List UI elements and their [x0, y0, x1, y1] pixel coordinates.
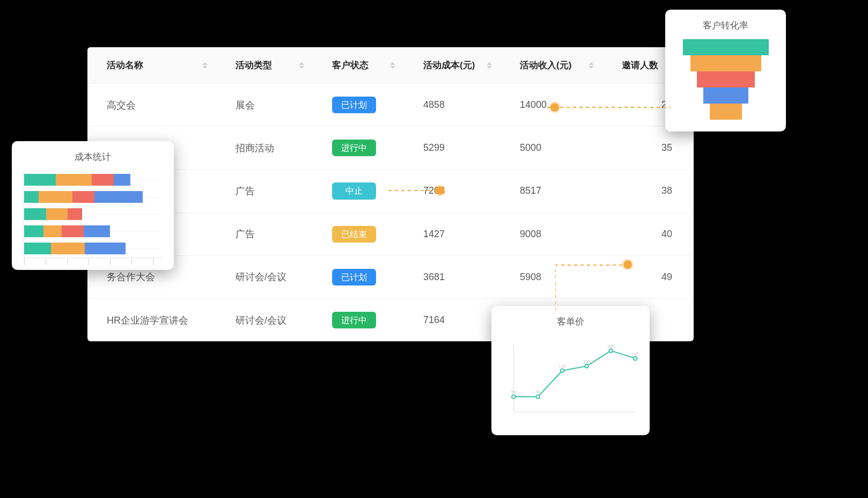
bar-row: [24, 225, 160, 237]
cell-revenue: 5908: [501, 255, 602, 298]
stacked-bar-chart: [24, 171, 162, 258]
bar-segment: [85, 243, 126, 254]
cell-activity-name: 高交会: [87, 84, 216, 127]
col-label: 邀请人数: [622, 60, 658, 70]
connector-dot-icon: [623, 260, 632, 269]
card-title: 成本统计: [24, 151, 162, 163]
cell-invites: 49: [602, 255, 694, 298]
cell-activity-type: 研讨会/会议: [216, 298, 313, 341]
col-label: 活动成本(元): [423, 60, 475, 70]
card-title: 客单价: [503, 316, 638, 328]
cost-statistics-card: 成本统计: [12, 141, 174, 270]
bar-segment: [24, 225, 43, 237]
line-point-label: 50: [535, 390, 540, 394]
bar-segment: [56, 174, 92, 186]
cell-status: 进行中: [313, 127, 404, 170]
bar-segment: [62, 225, 84, 237]
cell-invites: 35: [602, 127, 694, 170]
conversion-funnel-card: 客户转化率: [665, 10, 786, 131]
bar-segment: [24, 191, 39, 203]
table-row[interactable]: 广告 中止 7268 8517 38: [87, 170, 694, 213]
col-activity-name[interactable]: 活动名称: [87, 47, 216, 84]
cell-revenue: 9008: [501, 213, 602, 255]
bar-segment: [84, 225, 111, 237]
status-badge: 进行中: [332, 140, 376, 156]
bar-segment: [114, 174, 131, 186]
line-point-label: 175: [632, 351, 638, 356]
cell-cost: 5299: [404, 127, 501, 170]
table-row[interactable]: 招商活动 招商活动 进行中 5299 5000 35: [87, 127, 694, 170]
bar-segment: [51, 243, 85, 254]
cell-status: 已结束: [313, 213, 404, 255]
status-badge: 中止: [332, 182, 376, 199]
cell-activity-type: 广告: [216, 170, 313, 213]
line-point-label: 200: [607, 344, 614, 349]
activity-table: 活动名称 活动类型 客户状态 活动成本(元) 活动收入(元): [87, 47, 694, 341]
line-point: [561, 369, 564, 372]
cell-status: 中止: [313, 170, 404, 213]
col-activity-type[interactable]: 活动类型: [216, 47, 313, 84]
col-customer-status[interactable]: 客户状态: [313, 47, 404, 84]
cell-cost: 4858: [404, 84, 501, 127]
cell-cost: 1427: [404, 213, 501, 255]
line-point-label: 135: [559, 364, 566, 369]
table-row[interactable]: 高交会 展会 已计划 4858 14000 24: [87, 84, 694, 127]
sort-icon[interactable]: [487, 62, 492, 69]
funnel-chart: [677, 39, 774, 120]
cell-cost: 3681: [404, 255, 501, 298]
cell-activity-type: 研讨会/会议: [216, 255, 313, 298]
cell-status: 已计划: [313, 255, 404, 298]
connector-dot-icon: [436, 186, 444, 195]
bar-segment: [39, 191, 72, 203]
bar-row: [24, 208, 160, 220]
funnel-layer: [690, 55, 761, 71]
col-label: 活动类型: [236, 60, 272, 70]
cell-activity-type: 招商活动: [216, 127, 313, 170]
status-badge: 已计划: [332, 97, 376, 113]
cell-activity-type: 广告: [216, 213, 313, 255]
cell-activity-name: HR企业游学宣讲会: [87, 298, 216, 341]
bar-segment: [24, 208, 46, 220]
col-activity-revenue[interactable]: 活动收入(元): [501, 47, 602, 84]
cell-cost: 7164: [404, 298, 501, 341]
status-badge: 已计划: [332, 269, 376, 285]
cell-revenue: 5000: [501, 127, 602, 170]
table-header-row: 活动名称 活动类型 客户状态 活动成本(元) 活动收入(元): [87, 47, 694, 84]
funnel-layer: [683, 39, 769, 55]
sort-icon[interactable]: [299, 62, 304, 69]
bar-row: [24, 191, 160, 203]
cell-revenue: 8517: [501, 170, 602, 213]
col-activity-cost[interactable]: 活动成本(元): [404, 47, 501, 84]
line-point: [634, 357, 637, 361]
sort-icon[interactable]: [202, 62, 208, 69]
funnel-layer: [697, 71, 755, 87]
line-point-label: 50: [511, 390, 516, 394]
card-title: 客户转化率: [677, 19, 774, 32]
col-label: 客户状态: [332, 60, 369, 70]
status-badge: 已结束: [332, 226, 376, 243]
bar-segment: [92, 174, 114, 186]
line-point-label: 150: [583, 359, 590, 364]
bar-row: [24, 174, 160, 186]
bar-row: [24, 243, 160, 254]
cell-invites: 38: [602, 170, 694, 213]
table-row[interactable]: 告推广 广告 已结束 1427 9008 40: [87, 213, 694, 255]
cell-status: 已计划: [313, 84, 404, 127]
cell-cost: 7268: [404, 170, 501, 213]
sort-icon[interactable]: [390, 62, 395, 69]
line-point: [585, 364, 589, 368]
col-label: 活动收入(元): [520, 60, 571, 70]
bar-segment: [94, 191, 143, 203]
unit-price-card: 客单价 5050135150200175: [491, 306, 650, 435]
sort-icon[interactable]: [589, 62, 594, 69]
line-chart: 5050135150200175: [503, 335, 638, 421]
bar-segment: [43, 225, 62, 237]
cell-invites: 40: [602, 213, 694, 255]
bar-segment: [24, 174, 56, 186]
cell-activity-type: 展会: [216, 84, 313, 127]
funnel-layer: [710, 104, 742, 120]
line-point: [536, 395, 540, 399]
bar-segment: [72, 191, 94, 203]
col-label: 活动名称: [107, 60, 143, 70]
table-row[interactable]: 务合作大会 研讨会/会议 已计划 3681 5908 49: [87, 255, 694, 298]
